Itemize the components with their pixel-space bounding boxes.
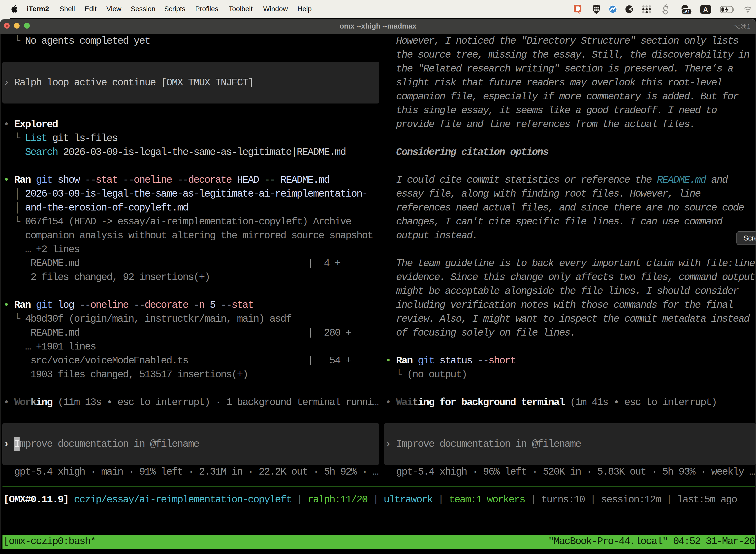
svg-text:A: A	[703, 6, 708, 13]
svg-text:..61: ..61	[683, 9, 690, 14]
